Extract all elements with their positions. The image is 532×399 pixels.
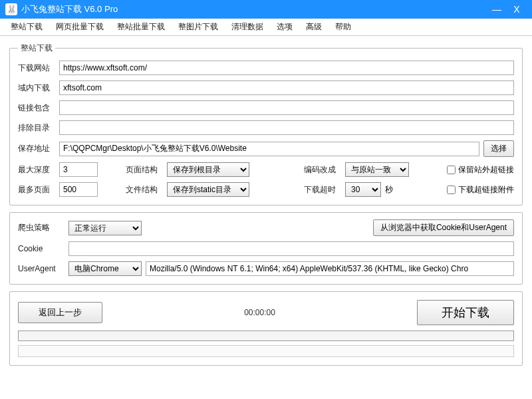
keep-ext-links-input[interactable]	[447, 166, 456, 174]
close-button[interactable]: X	[507, 4, 527, 15]
menu-site-download[interactable]: 整站下载	[4, 19, 49, 35]
progress-bar	[18, 331, 514, 341]
encoding-label: 编码改成	[304, 164, 341, 176]
start-download-button[interactable]: 开始下载	[417, 300, 514, 325]
group-legend: 整站下载	[18, 43, 55, 54]
save-path-label: 保存地址	[18, 143, 55, 154]
exclude-dir-input[interactable]	[59, 120, 514, 135]
ua-browser-select[interactable]: 电脑Chrome	[68, 261, 142, 276]
max-pages-label: 最多页面	[18, 184, 55, 196]
download-attach-checkbox[interactable]: 下载超链接附件	[447, 184, 514, 196]
menu-image-download[interactable]: 整图片下载	[172, 19, 225, 35]
file-struct-label: 文件结构	[126, 184, 163, 196]
elapsed-timer: 00:00:00	[109, 308, 410, 317]
useragent-label: UserAgent	[18, 264, 65, 273]
max-depth-input[interactable]	[59, 162, 98, 177]
status-bar	[18, 345, 514, 357]
useragent-input[interactable]	[146, 261, 514, 276]
menubar: 整站下载 网页批量下载 整站批量下载 整图片下载 清理数据 选项 高级 帮助	[0, 19, 532, 36]
encoding-select[interactable]: 与原站一致	[345, 162, 409, 177]
page-struct-label: 页面结构	[126, 164, 163, 176]
keep-ext-links-checkbox[interactable]: 保留站外超链接	[447, 164, 514, 176]
domain-input[interactable]	[59, 80, 514, 95]
back-button[interactable]: 返回上一步	[18, 302, 102, 323]
menu-help[interactable]: 帮助	[329, 19, 358, 35]
download-site-label: 下载网站	[18, 63, 55, 74]
get-cookie-ua-button[interactable]: 从浏览器中获取Cookie和UserAgent	[373, 219, 514, 236]
download-attach-input[interactable]	[447, 186, 456, 194]
max-pages-input[interactable]	[59, 182, 98, 197]
minimize-button[interactable]: —	[487, 4, 507, 15]
crawler-strategy-label: 爬虫策略	[18, 222, 65, 233]
link-contain-input[interactable]	[59, 100, 514, 115]
save-path-input[interactable]	[59, 142, 479, 156]
link-contain-label: 链接包含	[18, 102, 55, 114]
app-logo-icon: 🐰	[5, 3, 17, 15]
file-struct-select[interactable]: 保存到static目录	[167, 182, 249, 197]
menu-advanced[interactable]: 高级	[299, 19, 329, 35]
download-site-input[interactable]	[59, 61, 514, 75]
cookie-input[interactable]	[68, 241, 514, 256]
titlebar: 🐰 小飞兔整站下载 V6.0 Pro — X	[0, 0, 532, 19]
timeout-unit: 秒	[385, 184, 393, 196]
exclude-dir-label: 排除目录	[18, 122, 55, 134]
menu-site-batch[interactable]: 整站批量下载	[110, 19, 172, 35]
domain-label: 域内下载	[18, 82, 55, 94]
action-panel: 返回上一步 00:00:00 开始下载	[9, 291, 523, 366]
max-depth-label: 最大深度	[18, 164, 55, 176]
choose-path-button[interactable]: 选择	[483, 140, 514, 157]
crawler-settings-group: 爬虫策略 正常运行 从浏览器中获取Cookie和UserAgent Cookie…	[9, 212, 523, 285]
cookie-label: Cookie	[18, 244, 65, 253]
timeout-label: 下载超时	[304, 184, 341, 196]
menu-options[interactable]: 选项	[270, 19, 299, 35]
page-struct-select[interactable]: 保存到根目录	[167, 162, 249, 177]
menu-clear-data[interactable]: 清理数据	[225, 19, 270, 35]
timeout-select[interactable]: 30	[345, 182, 381, 197]
window-title: 小飞兔整站下载 V6.0 Pro	[21, 3, 487, 15]
crawler-strategy-select[interactable]: 正常运行	[68, 221, 142, 235]
menu-page-batch[interactable]: 网页批量下载	[49, 19, 110, 35]
download-settings-group: 整站下载 下载网站 域内下载 链接包含 排除目录 保存地址 选择 最大深度 页面…	[9, 43, 523, 205]
